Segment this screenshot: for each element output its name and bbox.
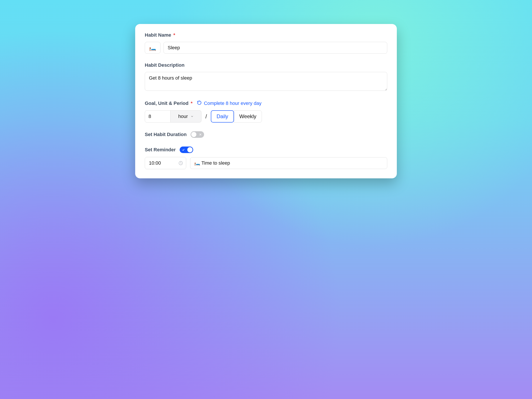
check-icon <box>182 148 185 151</box>
duration-toggle[interactable] <box>190 131 204 138</box>
goal-label-text: Goal, Unit & Period <box>145 101 188 106</box>
reminder-field: Set Reminder <box>145 146 387 169</box>
habit-name-label: Habit Name * <box>145 32 387 38</box>
habit-description-field: Habit Description <box>145 62 387 92</box>
bed-icon: 🛏️ <box>149 44 156 51</box>
clock-icon <box>178 161 183 165</box>
period-option-weekly[interactable]: Weekly <box>234 110 262 122</box>
goal-unit-value: hour <box>178 114 188 119</box>
period-segmented: Daily Weekly <box>211 110 262 122</box>
goal-summary: Complete 8 hour every day <box>197 100 261 106</box>
toggle-knob <box>191 132 196 137</box>
chevron-down-icon <box>190 114 194 119</box>
habit-icon-picker[interactable]: 🛏️ <box>145 42 160 54</box>
goal-summary-text: Complete 8 hour every day <box>204 101 261 106</box>
habit-name-field: Habit Name * 🛏️ <box>145 32 387 54</box>
habit-description-input[interactable] <box>145 72 387 91</box>
duration-field: Set Habit Duration <box>145 131 387 138</box>
reminder-toggle[interactable] <box>180 146 193 153</box>
habit-name-input[interactable] <box>164 42 387 54</box>
habit-form-card: Habit Name * 🛏️ Habit Description Goal, … <box>135 24 397 178</box>
habit-description-label-text: Habit Description <box>145 62 184 68</box>
goal-separator: / <box>205 113 207 120</box>
toggle-knob <box>187 147 192 152</box>
reminder-label: Set Reminder <box>145 147 176 153</box>
goal-value-input[interactable] <box>145 110 171 122</box>
habit-description-label: Habit Description <box>145 62 387 68</box>
duration-label: Set Habit Duration <box>145 132 187 137</box>
goal-unit-select[interactable]: hour <box>171 110 202 122</box>
close-icon <box>199 133 202 136</box>
reminder-time-wrap <box>145 157 186 169</box>
reminder-message-input[interactable] <box>190 157 387 169</box>
required-asterisk: * <box>173 32 175 38</box>
habit-name-label-text: Habit Name <box>145 32 171 38</box>
goal-label: Goal, Unit & Period * <box>145 101 192 106</box>
period-option-daily[interactable]: Daily <box>211 110 234 122</box>
goal-field: Goal, Unit & Period * Complete 8 hour ev… <box>145 100 387 122</box>
repeat-icon <box>197 100 202 106</box>
required-asterisk: * <box>190 101 192 106</box>
